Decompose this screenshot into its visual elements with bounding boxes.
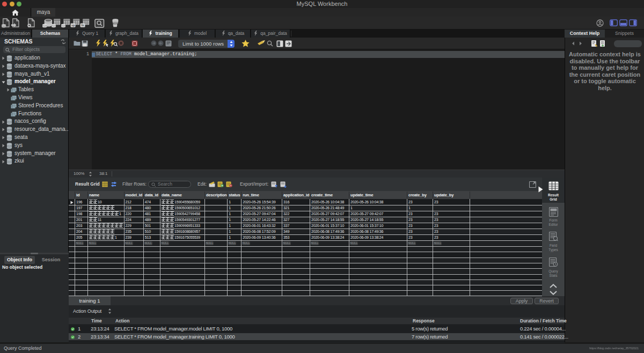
- svg-text:sp: sp: [71, 24, 75, 27]
- svg-text:fn: fn: [82, 24, 84, 27]
